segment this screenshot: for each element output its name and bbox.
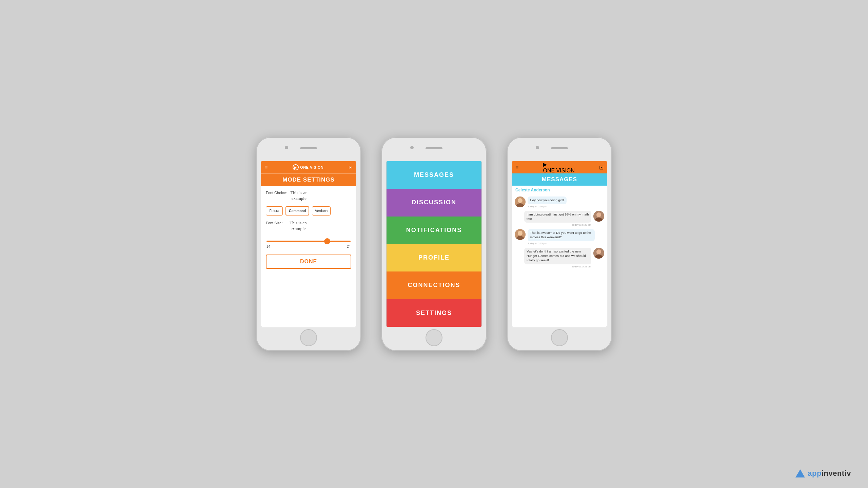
avatar-3 [515,229,526,240]
font-size-slider[interactable]: 14 24 [266,238,351,248]
svg-point-7 [518,231,522,236]
slider-labels: 14 24 [267,245,351,248]
message-3: That is awesome! Do you want to go to th… [515,229,604,245]
msg-bubble-wrap-4: Yes let's do it! I am so excited the new… [524,248,591,268]
phones-container: ≡ ▶ ONE VISION ⊡ MODE SETTINGS Font Choi… [256,137,612,351]
msg-time-1: Today at 5:30 pm [528,205,567,208]
font-futura-button[interactable]: Futura [266,206,283,215]
font-choice-example: This is an example [290,190,308,202]
font-choice-label: Font Choice: [266,191,287,195]
slider-thumb[interactable] [324,238,330,244]
menu-icon[interactable]: ≡ [264,165,268,170]
chat-contact-name: Celeste Anderson [512,186,607,194]
avatar-2 [593,211,604,222]
slider-max-label: 24 [347,245,351,248]
font-size-example: This is an example [290,220,307,232]
slider-track [267,241,351,242]
msg-time-4: Today at 5:39 pm [572,265,591,268]
svg-point-10 [596,249,601,254]
menu-item-notifications[interactable]: NOTIFICATIONS [387,217,481,244]
done-button[interactable]: DONE [266,255,351,269]
brand-logo: ▶ ONE VISION [293,164,323,170]
phone-camera-1 [285,146,288,149]
phone-camera-2 [410,146,414,149]
phone-3-screen: ≡ ▶ ONE VISION ⊡ MESSAGES Celeste Anders… [512,161,607,327]
phone3-header: ≡ ▶ ONE VISION ⊡ [512,161,607,173]
message-1: Hey how you doing girl? Today at 5:30 pm [515,196,604,208]
brand-circle: ▶ [293,164,299,170]
font-choice-row: Font Choice: This is an example [266,190,351,202]
message-4: Yes let's do it! I am so excited the new… [515,248,604,268]
phone-1: ≡ ▶ ONE VISION ⊡ MODE SETTINGS Font Choi… [256,137,361,351]
company-name: appappinventivinventiv [808,469,851,478]
chat-messages: Hey how you doing girl? Today at 5:30 pm… [512,194,607,327]
phone3-brand-logo: ▶ ONE VISION [543,161,574,174]
phone3-edit-icon[interactable]: ⊡ [599,164,604,171]
brand-name-text: ONE VISION [300,165,323,169]
message-2: I am doing great! I just got 98% on my m… [515,211,604,227]
edit-icon[interactable]: ⊡ [349,165,353,170]
menu-item-settings[interactable]: SETTINGS [387,299,481,327]
messages-title: MESSAGES [512,173,607,186]
msg-bubble-wrap-1: Hey how you doing girl? Today at 5:30 pm [528,196,567,208]
msg-time-3: Today at 5:35 pm [528,242,595,245]
msg-bubble-2: I am doing great! I just got 98% on my m… [524,211,591,223]
phone-2-screen: MESSAGES DISCUSSION NOTIFICATIONS PROFIL… [386,161,482,327]
menu-item-discussion[interactable]: DISCUSSION [387,189,481,216]
phone3-brand-name: ONE VISION [543,168,574,173]
phone1-content: Font Choice: This is an example Futura G… [261,186,356,327]
font-size-row: Font Size: This is an example [266,220,351,232]
menu-item-profile[interactable]: PROFILE [387,244,481,271]
phone3-brand-circle: ▶ [543,161,574,168]
brand-arrow-icon: ▶ [294,166,297,169]
phone3-menu-icon[interactable]: ≡ [515,164,518,170]
svg-point-1 [518,198,522,203]
mode-settings-title: MODE SETTINGS [261,173,356,186]
branding: appappinventivinventiv [795,469,851,478]
menu-item-messages[interactable]: MESSAGES [387,161,481,189]
msg-bubble-wrap-3: That is awesome! Do you want to go to th… [528,229,595,245]
svg-point-4 [596,212,601,217]
font-garamond-button[interactable]: Garamond [285,206,309,215]
msg-bubble-wrap-2: I am doing great! I just got 98% on my m… [524,211,591,227]
font-choice-example-text: This is an example [290,190,308,202]
font-buttons: Futura Garamond Verdana [266,206,351,215]
phone1-header: ≡ ▶ ONE VISION ⊡ [261,161,356,173]
phone-camera-3 [536,146,539,149]
brand-triangle-icon [795,469,805,477]
menu-screen: MESSAGES DISCUSSION NOTIFICATIONS PROFIL… [387,161,481,327]
phone-2: MESSAGES DISCUSSION NOTIFICATIONS PROFIL… [381,137,487,351]
msg-time-2: Today at 5:32 pm [572,223,591,226]
font-verdana-button[interactable]: Verdana [312,206,331,215]
avatar-1 [515,196,526,207]
slider-min-label: 14 [267,245,270,248]
avatar-4 [593,248,604,259]
phone-3: ≡ ▶ ONE VISION ⊡ MESSAGES Celeste Anders… [507,137,612,351]
msg-bubble-1: Hey how you doing girl? [528,196,567,204]
msg-bubble-3: That is awesome! Do you want to go to th… [528,229,595,241]
font-size-label: Font Size: [266,221,286,225]
msg-bubble-4: Yes let's do it! I am so excited the new… [524,248,591,264]
menu-item-connections[interactable]: CONNECTIONS [387,271,481,299]
phone3-brand-arrow-icon: ▶ [543,162,547,167]
phone-1-screen: ≡ ▶ ONE VISION ⊡ MODE SETTINGS Font Choi… [261,161,356,327]
